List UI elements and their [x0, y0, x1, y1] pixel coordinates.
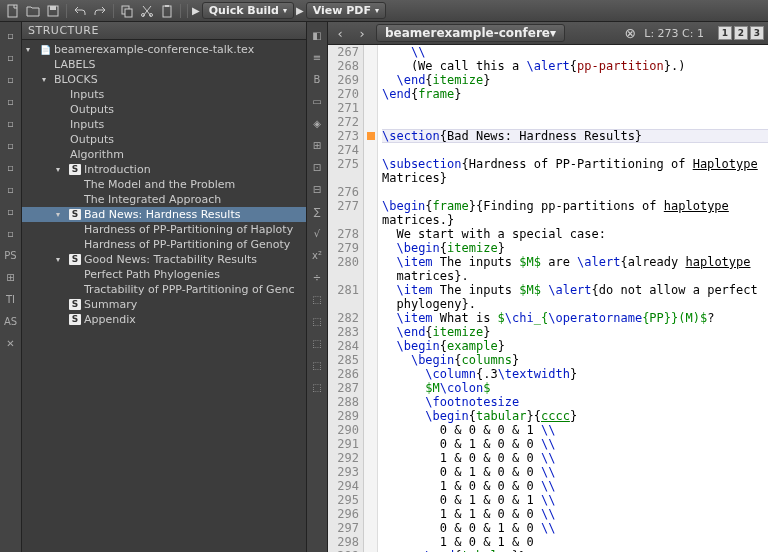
tool-icon-4[interactable]: ▫	[1, 91, 20, 111]
run-icon-1[interactable]: ▶	[192, 5, 200, 16]
mid-icon-17[interactable]: ⬚	[308, 377, 326, 397]
svg-rect-7	[163, 6, 171, 17]
tree-blocks[interactable]: ▾BLOCKS	[22, 72, 306, 87]
view-pdf-button[interactable]: View PDF▾	[306, 2, 386, 19]
mid-icon-14[interactable]: ⬚	[308, 311, 326, 331]
tree-item[interactable]: Perfect Path Phylogenies	[22, 267, 306, 282]
tool-icon-7[interactable]: ▫	[1, 157, 20, 177]
mid-icon-7[interactable]: ⊡	[308, 157, 326, 177]
svg-point-6	[150, 13, 153, 16]
quick-build-button[interactable]: Quick Build▾	[202, 2, 294, 19]
tree-item[interactable]: Hardness of PP-Partitioning of Haploty	[22, 222, 306, 237]
tool-icon-3[interactable]: ▫	[1, 69, 20, 89]
tree-item[interactable]: The Integrated Approach	[22, 192, 306, 207]
tree-section[interactable]: ▾SGood News: Tractability Results	[22, 252, 306, 267]
svg-rect-8	[165, 5, 169, 7]
tree-item[interactable]: Tractability of PPP-Partitioning of Genc	[22, 282, 306, 297]
mid-icon-2[interactable]: ≡	[308, 47, 326, 67]
tool-icon-8[interactable]: ▫	[1, 179, 20, 199]
tool-icon-5[interactable]: ▫	[1, 113, 20, 133]
tool-icon-2[interactable]: ▫	[1, 47, 20, 67]
tree-labels[interactable]: LABELS	[22, 57, 306, 72]
page-boxes: 1 2 3	[718, 26, 764, 40]
svg-rect-4	[125, 9, 132, 17]
left-icon-bar: ▫ ▫ ▫ ▫ ▫ ▫ ▫ ▫ ▫ ▫ PS ⊞ TI AS ✕	[0, 22, 22, 552]
tree-item[interactable]: Inputs	[22, 117, 306, 132]
mid-icon-8[interactable]: ⊟	[308, 179, 326, 199]
mid-icon-9[interactable]: ∑	[308, 201, 326, 221]
save-icon[interactable]	[44, 2, 62, 20]
mid-icon-5[interactable]: ◈	[308, 113, 326, 133]
file-dropdown[interactable]: beamerexample-confere▾	[376, 24, 565, 42]
line-gutter: 2672682692702712722732742752762772782792…	[328, 45, 364, 552]
paste-icon[interactable]	[158, 2, 176, 20]
copy-icon[interactable]	[118, 2, 136, 20]
tree-item[interactable]: The Model and the Problem	[22, 177, 306, 192]
structure-panel: STRUCTURE ▾📄beamerexample-conference-tal…	[22, 22, 306, 552]
cursor-position: L: 273 C: 1	[644, 27, 704, 40]
mid-icon-1[interactable]: ◧	[308, 25, 326, 45]
editor-bar: ‹ › beamerexample-confere▾ ⊗ L: 273 C: 1…	[328, 22, 768, 45]
new-file-icon[interactable]	[4, 2, 22, 20]
tree-section[interactable]: ▾SBad News: Hardness Results	[22, 207, 306, 222]
page-box-2[interactable]: 2	[734, 26, 748, 40]
svg-rect-0	[8, 5, 17, 17]
undo-icon[interactable]	[71, 2, 89, 20]
page-box-3[interactable]: 3	[750, 26, 764, 40]
mid-icon-4[interactable]: ▭	[308, 91, 326, 111]
run-icon-2[interactable]: ▶	[296, 5, 304, 16]
tool-icon-1[interactable]: ▫	[1, 25, 20, 45]
bookmark-gutter	[364, 45, 378, 552]
mid-icon-16[interactable]: ⬚	[308, 355, 326, 375]
structure-title: STRUCTURE	[22, 22, 306, 40]
mid-icon-bar: ◧ ≡ B ▭ ◈ ⊞ ⊡ ⊟ ∑ √ x² ÷ ⬚ ⬚ ⬚ ⬚ ⬚	[306, 22, 328, 552]
mid-icon-10[interactable]: √	[308, 223, 326, 243]
tree-section[interactable]: SAppendix	[22, 312, 306, 327]
tree-section[interactable]: SSummary	[22, 297, 306, 312]
nav-back-icon[interactable]: ‹	[332, 26, 348, 41]
tool-icon-6[interactable]: ▫	[1, 135, 20, 155]
tool-icon-9[interactable]: ▫	[1, 201, 20, 221]
page-box-1[interactable]: 1	[718, 26, 732, 40]
tree-item[interactable]: Inputs	[22, 87, 306, 102]
nav-fwd-icon[interactable]: ›	[354, 26, 370, 41]
mid-icon-15[interactable]: ⬚	[308, 333, 326, 353]
tree-item[interactable]: Hardness of PP-Partitioning of Genoty	[22, 237, 306, 252]
tree-item[interactable]: Outputs	[22, 102, 306, 117]
tool-icon-ps[interactable]: PS	[1, 245, 20, 265]
mid-icon-6[interactable]: ⊞	[308, 135, 326, 155]
code-text[interactable]: \\ (We call this a \alert{pp-partition}.…	[378, 45, 768, 552]
tool-icon-10[interactable]: ▫	[1, 223, 20, 243]
mid-icon-13[interactable]: ⬚	[308, 289, 326, 309]
code-area[interactable]: 2672682692702712722732742752762772782792…	[328, 45, 768, 552]
structure-tree: ▾📄beamerexample-conference-talk.tex LABE…	[22, 40, 306, 552]
tool-icon-as[interactable]: AS	[1, 311, 20, 331]
tree-item[interactable]: Outputs	[22, 132, 306, 147]
main-toolbar: ▶ Quick Build▾ ▶ View PDF▾	[0, 0, 768, 22]
redo-icon[interactable]	[91, 2, 109, 20]
tree-root[interactable]: ▾📄beamerexample-conference-talk.tex	[22, 42, 306, 57]
svg-rect-2	[50, 6, 56, 10]
cut-icon[interactable]	[138, 2, 156, 20]
close-tab-icon[interactable]: ⊗	[625, 25, 637, 41]
mid-icon-11[interactable]: x²	[308, 245, 326, 265]
tool-icon-mp[interactable]: ⊞	[1, 267, 20, 287]
tool-icon-x[interactable]: ✕	[1, 333, 20, 353]
mid-icon-12[interactable]: ÷	[308, 267, 326, 287]
svg-point-5	[142, 13, 145, 16]
open-file-icon[interactable]	[24, 2, 42, 20]
tree-item[interactable]: Algorithm	[22, 147, 306, 162]
tool-icon-ti[interactable]: TI	[1, 289, 20, 309]
tree-section[interactable]: ▾SIntroduction	[22, 162, 306, 177]
editor-panel: ‹ › beamerexample-confere▾ ⊗ L: 273 C: 1…	[328, 22, 768, 552]
mid-icon-3[interactable]: B	[308, 69, 326, 89]
